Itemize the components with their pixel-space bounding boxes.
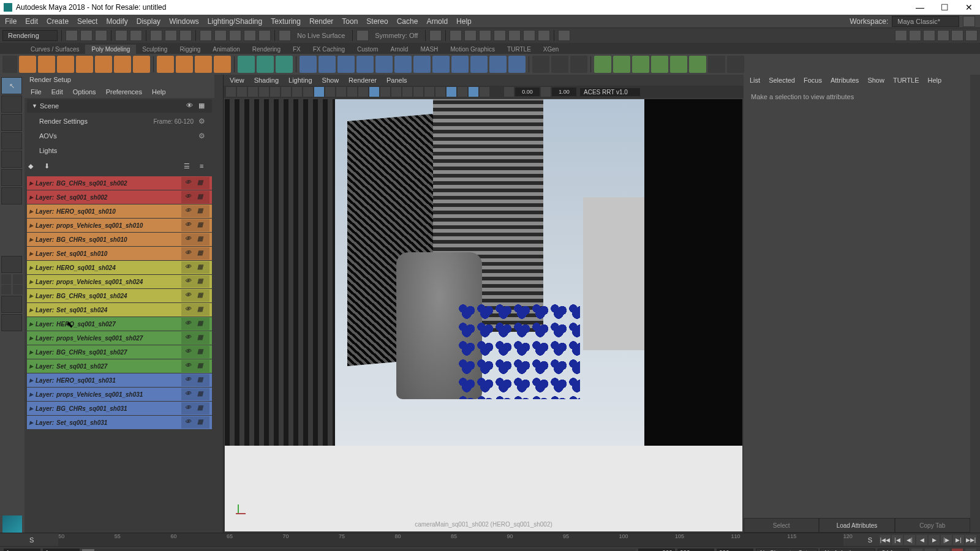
play-back-button[interactable]: ◀: [916, 535, 927, 545]
renderable-icon[interactable]: ▦: [197, 263, 206, 272]
menu-cache[interactable]: Cache: [397, 17, 418, 26]
toggle-panel-icon[interactable]: [558, 30, 570, 41]
vp-exposure-value[interactable]: 0.00: [515, 88, 540, 96]
menu-windows[interactable]: Windows: [169, 17, 199, 26]
select-mode-icon[interactable]: [150, 30, 162, 41]
visibility-icon[interactable]: 👁: [185, 348, 194, 356]
poly-type-icon[interactable]: [195, 56, 212, 73]
collapse-icon[interactable]: [508, 56, 526, 73]
right-tab-strip[interactable]: [970, 75, 980, 533]
vp-menu-lighting[interactable]: Lighting: [288, 77, 312, 84]
range-end-inner[interactable]: [638, 549, 675, 552]
lights-row[interactable]: Lights: [27, 144, 212, 157]
render-layer-item[interactable]: ▶Layer:Set_sq001_sh031👁▦: [27, 416, 212, 429]
lasso-tool[interactable]: [1, 96, 22, 113]
snap-live-icon[interactable]: [258, 30, 271, 41]
shelf-tab-animation[interactable]: Animation: [206, 45, 246, 54]
snap-plane-icon[interactable]: [244, 30, 256, 41]
account-icon[interactable]: [895, 30, 907, 41]
vp-grease-icon[interactable]: [281, 87, 291, 97]
subdivide-icon[interactable]: [318, 56, 336, 73]
visibility-icon[interactable]: 👁: [185, 179, 194, 187]
rs-menu-options[interactable]: Options: [73, 88, 96, 96]
shelf-tab-fxcaching[interactable]: FX Caching: [307, 45, 351, 54]
aovs-row[interactable]: AOVs ⚙: [27, 129, 212, 143]
merge-icon[interactable]: [708, 56, 725, 73]
vp-anti-alias-icon[interactable]: [447, 87, 456, 97]
go-to-end-button[interactable]: ▶▶|: [965, 535, 976, 545]
step-forward-button[interactable]: |▶: [941, 535, 952, 545]
step-back-key-button[interactable]: |◀: [892, 535, 903, 545]
visibility-icon[interactable]: 👁: [186, 102, 195, 110]
snap-point-icon[interactable]: [229, 30, 241, 41]
character-set-select[interactable]: No Character Set: [756, 549, 818, 551]
playblast-icon[interactable]: [538, 30, 550, 41]
attr-menu-help[interactable]: Help: [928, 77, 942, 84]
visibility-icon[interactable]: 👁: [185, 418, 194, 427]
visibility-icon[interactable]: 👁: [185, 249, 194, 258]
rs-menu-help[interactable]: Help: [152, 88, 166, 96]
rotate-tool[interactable]: [1, 151, 22, 168]
vp-gamma-value[interactable]: 1.00: [552, 88, 576, 96]
close-button[interactable]: ✕: [962, 2, 976, 12]
bool-inter-icon[interactable]: [632, 56, 649, 73]
anim-prefs-icon[interactable]: [938, 549, 949, 552]
select-tool[interactable]: ↖: [1, 77, 22, 94]
vp-select-camera-icon[interactable]: [226, 87, 236, 97]
visibility-icon[interactable]: 👁: [185, 291, 194, 300]
range-end-outer[interactable]: [677, 549, 714, 552]
renderable-icon[interactable]: ▦: [197, 362, 206, 370]
shelf-tab-xgen[interactable]: XGen: [537, 45, 565, 54]
render-layer-item[interactable]: ▶Layer:HERO_sq001_sh031👁▦: [27, 373, 212, 387]
vp-field-chart-icon[interactable]: [336, 87, 346, 97]
create-layer-icon[interactable]: ◆: [28, 162, 39, 173]
poly-cube-icon[interactable]: [38, 56, 55, 73]
hypershade-icon[interactable]: [494, 30, 506, 41]
new-scene-icon[interactable]: [66, 30, 78, 41]
retopo-icon[interactable]: [356, 56, 374, 73]
attr-copy-button[interactable]: Copy Tab: [895, 518, 970, 533]
visibility-icon[interactable]: 👁: [185, 320, 194, 328]
poly-sphere-icon[interactable]: [19, 56, 36, 73]
vp-menu-view[interactable]: View: [230, 77, 244, 84]
poly-torus-icon[interactable]: [95, 56, 112, 73]
reduce-icon[interactable]: [337, 56, 355, 73]
poly-plane-icon[interactable]: [114, 56, 131, 73]
visibility-icon[interactable]: 👁: [185, 362, 194, 370]
renderable-icon[interactable]: ▦: [197, 390, 206, 399]
renderable-icon[interactable]: ▦: [197, 376, 206, 384]
viewport-3d[interactable]: cameraMain_sq001_sh002 (HERO_sq001_sh002…: [225, 99, 742, 531]
renderable-icon[interactable]: ▦: [198, 102, 207, 110]
shelf-toggle[interactable]: [2, 56, 17, 73]
visibility-icon[interactable]: 👁: [185, 305, 194, 314]
vp-safe-action-icon[interactable]: [347, 87, 357, 97]
live-surface-icon[interactable]: [279, 30, 291, 41]
rs-menu-edit[interactable]: Edit: [51, 88, 63, 96]
auto-key-icon[interactable]: [911, 549, 922, 552]
bridge-icon[interactable]: [432, 56, 450, 73]
rs-menu-preferences[interactable]: Preferences: [106, 88, 142, 96]
visibility-icon[interactable]: 👁: [185, 334, 194, 342]
undo-icon[interactable]: [115, 30, 127, 41]
paint-select-icon[interactable]: [179, 30, 192, 41]
four-view-icon[interactable]: [1, 274, 23, 294]
vp-wireframe-icon[interactable]: [369, 87, 379, 97]
vp-gamma-icon[interactable]: [541, 87, 551, 97]
menu-arnold[interactable]: Arnold: [426, 17, 448, 26]
render-frame-icon[interactable]: [450, 30, 462, 41]
vp-menu-panels[interactable]: Panels: [386, 77, 407, 84]
anim-layer-select[interactable]: No Anim Layer: [820, 549, 875, 551]
menu-lighting-shading[interactable]: Lighting/Shading: [208, 17, 262, 26]
menu-create[interactable]: Create: [47, 17, 69, 26]
lasso-icon[interactable]: [165, 30, 177, 41]
snap-curve-icon[interactable]: [214, 30, 227, 41]
prefs-icon[interactable]: [965, 549, 976, 552]
render-settings-row[interactable]: Render Settings Frame: 60-120 ⚙: [27, 114, 212, 128]
renderable-icon[interactable]: ▦: [197, 235, 206, 244]
gear-icon[interactable]: ⚙: [198, 117, 207, 126]
poly-pyramid-icon[interactable]: [176, 56, 193, 73]
render-layer-item[interactable]: ▶Layer:Set_sq001_sh024👁▦: [27, 303, 212, 317]
renderable-icon[interactable]: ▦: [197, 207, 206, 216]
attr-select-button[interactable]: Select: [744, 518, 819, 533]
minimize-button[interactable]: —: [913, 2, 927, 12]
